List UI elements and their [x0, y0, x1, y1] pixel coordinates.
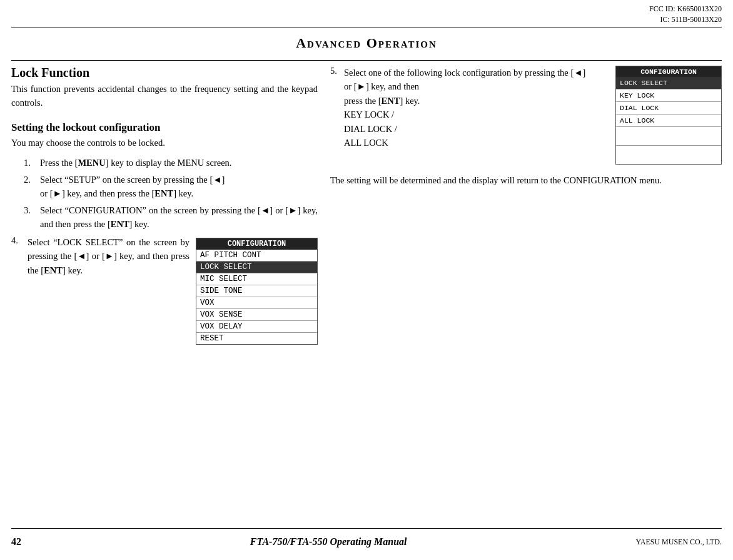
config-row-lock-select-left: LOCK SELECT: [196, 262, 317, 273]
page-title: Advanced Operation: [11, 31, 722, 56]
lockout-config-title: Setting the lockout configuration: [11, 121, 318, 134]
config-row-all-lock: ALL LOCK: [616, 115, 721, 127]
conclude-text: The setting will be determined and the d…: [330, 173, 722, 187]
config-row-vox-sense: VOX SENSE: [196, 309, 317, 321]
config-row-blank2: [616, 146, 721, 164]
footer-bar: 42 FTA-750/FTA-550 Operating Manual YAES…: [11, 536, 722, 547]
fcc-info: FCC ID: K6650013X20 IC: 511B-50013X20: [649, 4, 722, 25]
page-number: 42: [11, 536, 21, 547]
config-row-lock-select-right: LOCK SELECT: [616, 77, 721, 89]
config-row-reset: RESET: [196, 333, 317, 344]
main-content: Lock Function This function prevents acc…: [11, 66, 722, 522]
lockout-config-body: You may choose the controls to be locked…: [11, 136, 318, 150]
bottom-rule: [11, 528, 722, 529]
step-2: 2. Select “SETUP” on the screen by press…: [24, 173, 318, 201]
fcc-line1: FCC ID: K6650013X20: [649, 4, 722, 14]
config-row-mic-select: MIC SELECT: [196, 273, 317, 285]
top-rule: [11, 28, 722, 28]
right-column: 5. Select one of the fol­lowing lock con…: [330, 66, 722, 187]
fcc-line2: IC: 511B-50013X20: [649, 14, 722, 25]
config-title-left: CONFIGURATION: [196, 238, 317, 250]
config-menu-left: CONFIGURATION AF PITCH CONT LOCK SELECT …: [196, 238, 318, 345]
left-column: Lock Function This function prevents acc…: [11, 66, 318, 345]
config-row-blank1: [616, 127, 721, 146]
config-row-af-pitch: AF PITCH CONT: [196, 250, 317, 262]
footer-title: FTA-750/FTA-550 Operating Manual: [21, 536, 635, 547]
config-menu-right: CONFIGURATION LOCK SELECT KEY LOCK DIAL …: [615, 66, 722, 165]
config-row-dial-lock: DIAL LOCK: [616, 102, 721, 115]
config-row-key-lock: KEY LOCK: [616, 89, 721, 102]
step-1: 1. Press the [MENU] key to display the M…: [24, 156, 318, 170]
step-4: 4. Select “LOCK SELECT” on the screen by…: [11, 235, 318, 345]
lock-function-body: This function prevents accidental change…: [11, 83, 318, 110]
config-row-vox-delay: VOX DELAY: [196, 321, 317, 333]
config-row-side-tone: SIDE TONE: [196, 285, 317, 297]
steps-list: 1. Press the [MENU] key to display the M…: [24, 156, 318, 231]
config-row-vox: VOX: [196, 297, 317, 309]
step-3: 3. Select “CONFIGURATION” on the screen …: [24, 203, 318, 232]
lock-function-title: Lock Function: [11, 66, 318, 80]
step-5: 5. Select one of the fol­lowing lock con…: [330, 66, 722, 165]
title-rule: [11, 60, 722, 61]
config-title-right: CONFIGURATION: [616, 66, 721, 77]
footer-company: YAESU MUSEN CO., LTD.: [635, 537, 722, 547]
